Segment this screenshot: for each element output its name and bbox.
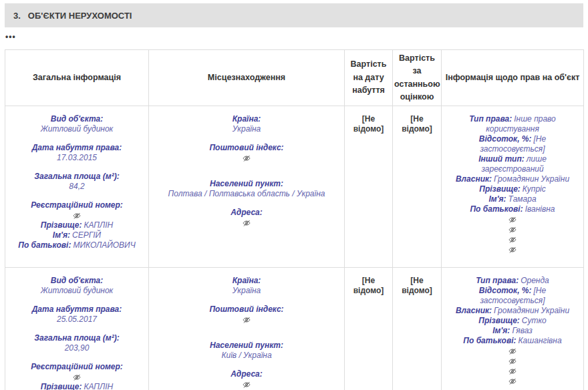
general-info-cell: Вид об'єкта: Житловий будинок Дата набут… (5, 268, 149, 390)
field-value: Україна (154, 286, 339, 296)
rights-line: Тип права:Інше право користування (447, 114, 578, 134)
table-row: Вид об'єкта: Житловий будинок Дата набут… (5, 268, 584, 390)
field-label: Країна: (154, 276, 339, 286)
field-value: Київ / Україна (154, 351, 339, 361)
cost-valuation-cell: [Не відомо] (393, 268, 442, 390)
general-info-cell: Вид об'єкта: Житловий будинок Дата набут… (5, 106, 149, 268)
eye-slash-icon (243, 316, 251, 324)
hidden-value (11, 372, 143, 382)
field-label: Поштовий індекс: (154, 143, 339, 153)
eye-slash-icon (508, 377, 517, 385)
field-label: Дата набуття права: (11, 305, 143, 315)
owner-surname: Прізвище:КАПЛІН (11, 220, 143, 230)
field-label: Реєстраційний номер: (11, 362, 143, 372)
field-label: Країна: (154, 114, 339, 124)
field-label: Загальна площа (м²): (11, 333, 143, 343)
owner-name: Ім'я:СЕРГІЙ (11, 230, 143, 240)
field-value: 25.05.2017 (11, 315, 143, 325)
field-value: 84,2 (11, 182, 143, 192)
hidden-value (447, 346, 578, 356)
field-label: Вид об'єкта: (11, 276, 143, 286)
hidden-value (11, 210, 143, 220)
field-label: Адреса: (154, 208, 339, 218)
field-value: Житловий будинок (11, 286, 143, 296)
rights-line: Власник:Громадянин України (447, 306, 578, 316)
owner-patronymic: По батькові:МИКОЛАЙОВИЧ (11, 240, 143, 250)
location-cell: Країна: Україна Поштовий індекс: Населен… (149, 268, 345, 390)
hidden-value (447, 376, 578, 386)
eye-slash-icon (243, 219, 251, 227)
field-label: Поштовий індекс: (154, 305, 339, 315)
field-value: 203,90 (11, 343, 143, 353)
field-value: Житловий будинок (11, 124, 143, 134)
owner-surname: Прізвище:КАПЛІН (11, 382, 143, 390)
section-number: 3. (13, 11, 21, 21)
eye-slash-icon (508, 216, 517, 224)
field-value: Україна (154, 124, 339, 134)
col-header-cost-acquisition: Вартість на дату набуття (345, 50, 393, 106)
field-label: Загальна площа (м²): (11, 172, 143, 182)
eye-slash-icon (508, 367, 517, 375)
rights-line: Ім'я:Гяваз (447, 326, 578, 336)
section-title: ОБ'ЄКТИ НЕРУХОМОСТІ (28, 11, 132, 21)
hidden-value (447, 244, 578, 254)
table-row: Вид об'єкта: Житловий будинок Дата набут… (5, 106, 584, 268)
rights-info-cell: Тип права:Оренда Відсоток, %:[Не застосо… (442, 268, 584, 390)
field-label: Населений пункт: (154, 341, 339, 351)
col-header-cost-valuation: Вартість за останньою оцінкою (393, 50, 442, 106)
table-header-row: Загальна інформація Місцезнаходження Вар… (5, 50, 584, 106)
eye-slash-icon (508, 347, 517, 355)
section-header-bar: 3. ОБ'ЄКТИ НЕРУХОМОСТІ (5, 3, 583, 27)
eye-slash-icon (73, 373, 81, 381)
col-header-location: Місцезнаходження (149, 50, 345, 106)
hidden-value (154, 379, 339, 389)
cost-acquisition-cell: [Не відомо] (345, 106, 393, 268)
eye-slash-icon (243, 154, 251, 162)
rights-line: Тип права:Оренда (447, 276, 578, 286)
rights-line: По батькові:Кашангівна (447, 336, 578, 346)
eye-slash-icon (73, 212, 81, 220)
unknown-value: [Не відомо] (398, 276, 436, 296)
field-label: Вид об'єкта: (11, 114, 143, 124)
rights-info-cell: Тип права:Інше право користування Відсот… (442, 106, 584, 268)
rights-line: Відсоток, %:[Не застосовується] (447, 134, 578, 154)
hidden-value (154, 315, 339, 325)
rights-line: Прізвище:Купріс (447, 184, 578, 194)
field-label: Реєстраційний номер: (11, 200, 143, 210)
hidden-value (154, 218, 339, 228)
rights-line: Ім'я:Тамара (447, 194, 578, 204)
cost-valuation-cell: [Не відомо] (393, 106, 442, 268)
eye-slash-icon (508, 246, 517, 254)
eye-slash-icon (508, 236, 517, 244)
field-value: Полтава / Полтавська область / Україна (154, 189, 339, 199)
unknown-value: [Не відомо] (350, 276, 387, 296)
eye-slash-icon (508, 357, 517, 365)
hidden-value (154, 153, 339, 163)
unknown-value: [Не відомо] (350, 114, 387, 134)
field-label: Населений пункт: (154, 179, 339, 189)
rights-line: Прізвище:Сутко (447, 316, 578, 326)
rights-line: Власник:Громадянин України (447, 174, 578, 184)
location-cell: Країна: Україна Поштовий індекс: Населен… (149, 106, 345, 268)
field-label: Адреса: (154, 369, 339, 379)
eye-slash-icon (243, 381, 251, 389)
eye-slash-icon (508, 226, 517, 234)
unknown-value: [Не відомо] (398, 114, 436, 134)
col-header-general-info: Загальна інформація (5, 50, 149, 106)
rights-line: По батькові:Іванівна (447, 204, 578, 214)
collapsed-content-ellipsis: ••• (5, 33, 16, 41)
field-label: Дата набуття права: (11, 143, 143, 153)
hidden-value (447, 224, 578, 234)
rights-line: Інший тип:лише зареєстрований (447, 154, 578, 174)
field-value: 17.03.2015 (11, 153, 143, 163)
hidden-value (447, 356, 578, 366)
hidden-value (447, 214, 578, 224)
hidden-value (447, 234, 578, 244)
hidden-value (447, 366, 578, 376)
cost-acquisition-cell: [Не відомо] (345, 268, 393, 390)
rights-line: Відсоток, %:[Не застосовується] (447, 286, 578, 306)
real-estate-table: Загальна інформація Місцезнаходження Вар… (5, 49, 584, 390)
col-header-rights-info: Інформація щодо прав на об'єкт (442, 50, 584, 106)
